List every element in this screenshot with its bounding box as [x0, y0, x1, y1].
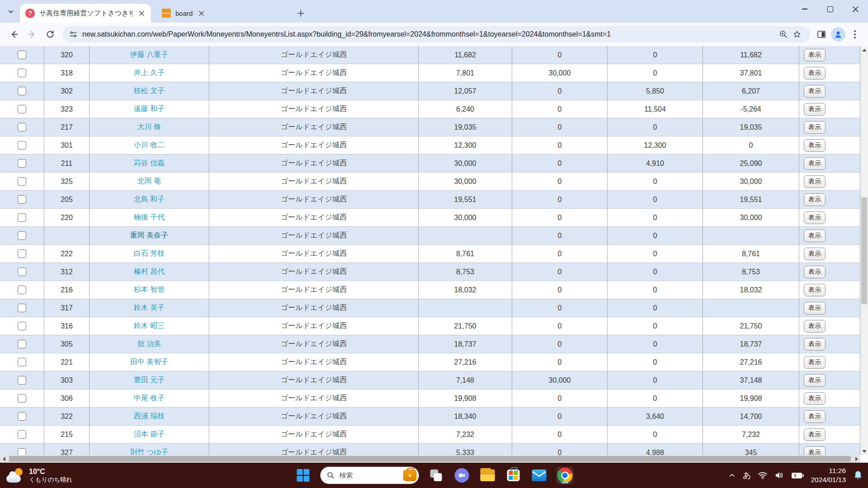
row-checkbox[interactable]: [18, 394, 26, 403]
row-checkbox[interactable]: [18, 249, 26, 258]
row-checkbox[interactable]: [18, 195, 26, 204]
resident-name-link[interactable]: 伊藤 八重子: [130, 50, 168, 60]
row-checkbox[interactable]: [18, 159, 26, 168]
reload-button[interactable]: [42, 27, 58, 42]
site-info-icon[interactable]: [69, 30, 78, 39]
scroll-up-arrow-icon[interactable]: [860, 46, 868, 54]
taskbar-clock[interactable]: 11:26 2024/01/13: [811, 466, 846, 484]
show-button[interactable]: 表示: [804, 121, 826, 134]
row-checkbox[interactable]: [18, 69, 26, 77]
row-checkbox[interactable]: [18, 304, 26, 312]
row-checkbox[interactable]: [18, 412, 26, 421]
ime-indicator[interactable]: あ: [743, 470, 751, 481]
taskbar-search-box[interactable]: 検索: [321, 467, 419, 484]
zoom-button[interactable]: [777, 28, 790, 41]
resident-name-link[interactable]: 田中 美智子: [130, 357, 168, 367]
tab-board[interactable]: norma board: [156, 4, 287, 23]
show-button[interactable]: 表示: [804, 320, 826, 333]
wifi-icon[interactable]: [758, 471, 768, 479]
search-highlight-briefcase-icon[interactable]: [403, 469, 417, 481]
show-button[interactable]: 表示: [804, 175, 826, 188]
battery-icon[interactable]: [791, 472, 804, 479]
resident-name-link[interactable]: 遠藤 和子: [134, 104, 165, 114]
minimize-button[interactable]: [792, 0, 817, 18]
show-button[interactable]: 表示: [804, 157, 826, 170]
file-explorer-button[interactable]: [479, 467, 496, 484]
resident-name-link[interactable]: 枝松 文子: [134, 86, 165, 96]
row-checkbox[interactable]: [18, 87, 26, 95]
scroll-down-arrow-icon[interactable]: [860, 447, 868, 455]
speaker-icon[interactable]: [774, 471, 784, 479]
resident-name-link[interactable]: 鈴木 昭三: [134, 321, 165, 331]
scroll-left-arrow-icon[interactable]: [0, 455, 8, 463]
show-button[interactable]: 表示: [804, 428, 826, 441]
row-checkbox[interactable]: [18, 286, 26, 294]
resident-name-link[interactable]: 大川 脩: [137, 122, 161, 132]
tab-close-icon[interactable]: [197, 9, 205, 17]
resident-name-link[interactable]: 舘 治美: [137, 339, 161, 349]
address-bar[interactable]: new.satsukichan.com/web/PaperWork/Moneye…: [62, 26, 810, 42]
resident-name-link[interactable]: 榛村 昌代: [134, 267, 165, 277]
scroll-right-arrow-icon[interactable]: [853, 455, 860, 463]
resident-name-link[interactable]: 杉本 智世: [134, 285, 165, 295]
row-checkbox[interactable]: [18, 358, 26, 366]
vertical-scrollbar[interactable]: [860, 46, 868, 455]
url[interactable]: new.satsukichan.com/web/PaperWork/Moneye…: [82, 30, 777, 38]
row-checkbox[interactable]: [18, 267, 26, 276]
row-checkbox[interactable]: [18, 430, 26, 439]
show-button[interactable]: 表示: [804, 139, 826, 152]
show-button[interactable]: 表示: [804, 49, 826, 61]
resident-name-link[interactable]: 重岡 美奈子: [130, 231, 168, 240]
tab-close-icon[interactable]: [137, 9, 146, 17]
notification-bell-icon[interactable]: [853, 470, 863, 481]
resident-name-link[interactable]: 苅谷 信義: [134, 159, 165, 168]
row-checkbox[interactable]: [18, 213, 26, 222]
show-button[interactable]: 表示: [804, 410, 826, 423]
row-checkbox[interactable]: [18, 177, 26, 186]
show-button[interactable]: 表示: [804, 446, 826, 455]
new-tab-button[interactable]: [295, 7, 307, 19]
maximize-button[interactable]: [817, 0, 843, 18]
resident-name-link[interactable]: 則竹 つゆ子: [130, 448, 168, 455]
show-button[interactable]: 表示: [804, 85, 826, 98]
resident-name-link[interactable]: 小川 收二: [134, 141, 165, 150]
task-view-button[interactable]: [428, 467, 445, 484]
menu-kebab-icon[interactable]: [848, 28, 862, 41]
close-button[interactable]: [843, 0, 868, 18]
row-checkbox[interactable]: [18, 322, 26, 330]
start-button[interactable]: [295, 467, 312, 484]
show-button[interactable]: 表示: [804, 230, 826, 242]
show-button[interactable]: 表示: [804, 248, 826, 260]
row-checkbox[interactable]: [18, 123, 26, 131]
show-button[interactable]: 表示: [804, 284, 826, 296]
row-checkbox[interactable]: [18, 376, 26, 385]
row-checkbox[interactable]: [18, 340, 26, 348]
back-button[interactable]: [6, 27, 22, 42]
tab-search-button[interactable]: [5, 6, 16, 17]
tray-chevron-up-icon[interactable]: [728, 471, 736, 479]
horizontal-scroll-thumb[interactable]: [9, 456, 851, 462]
resident-name-link[interactable]: 鈴木 英子: [134, 303, 165, 313]
show-button[interactable]: 表示: [804, 211, 826, 224]
row-checkbox[interactable]: [18, 231, 26, 240]
resident-name-link[interactable]: 豊田 元子: [134, 375, 165, 385]
row-checkbox[interactable]: [18, 51, 26, 59]
chat-button[interactable]: [453, 467, 471, 484]
show-button[interactable]: 表示: [804, 374, 826, 387]
profile-avatar-icon[interactable]: [831, 27, 845, 42]
show-button[interactable]: 表示: [804, 356, 826, 369]
resident-name-link[interactable]: 楠後 千代: [134, 213, 165, 222]
resident-name-link[interactable]: 井上 久子: [134, 68, 165, 78]
show-button[interactable]: 表示: [804, 193, 826, 206]
row-checkbox[interactable]: [18, 448, 26, 455]
tab-satsukichan[interactable]: ? サ高住専用経営ソフトさつきちゃん: [20, 4, 151, 23]
forward-button[interactable]: [24, 27, 40, 42]
resident-name-link[interactable]: 北岡 菴: [137, 177, 161, 186]
show-button[interactable]: 表示: [804, 103, 826, 116]
horizontal-scrollbar[interactable]: [0, 455, 860, 463]
mail-button[interactable]: [531, 467, 548, 484]
resident-name-link[interactable]: 西浦 瑞枝: [134, 412, 165, 421]
resident-name-link[interactable]: 北島 和子: [134, 195, 165, 204]
resident-name-link[interactable]: 沼本 節子: [134, 430, 165, 439]
show-button[interactable]: 表示: [804, 266, 826, 278]
